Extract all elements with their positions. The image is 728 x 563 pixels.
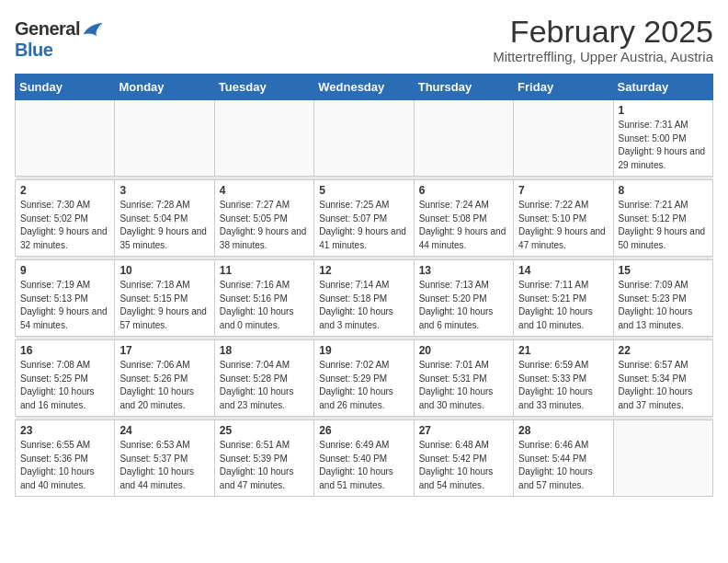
- calendar-cell: 20Sunrise: 7:01 AM Sunset: 5:31 PM Dayli…: [414, 340, 513, 417]
- day-number: 23: [20, 424, 109, 437]
- logo-general-text: General: [15, 18, 80, 40]
- calendar-cell: 11Sunrise: 7:16 AM Sunset: 5:16 PM Dayli…: [214, 260, 313, 337]
- calendar-cell: 9Sunrise: 7:19 AM Sunset: 5:13 PM Daylig…: [16, 260, 115, 337]
- day-info: Sunrise: 7:27 AM Sunset: 5:05 PM Dayligh…: [220, 199, 309, 252]
- day-number: 14: [518, 264, 608, 277]
- day-number: 9: [20, 264, 109, 277]
- day-number: 24: [119, 424, 209, 437]
- day-number: 16: [20, 344, 109, 357]
- calendar-cell: 4Sunrise: 7:27 AM Sunset: 5:05 PM Daylig…: [214, 180, 313, 257]
- day-info: Sunrise: 7:08 AM Sunset: 5:25 PM Dayligh…: [20, 359, 109, 412]
- day-number: 6: [419, 184, 508, 197]
- weekday-header: Friday: [514, 75, 613, 100]
- calendar-cell: 2Sunrise: 7:30 AM Sunset: 5:02 PM Daylig…: [16, 180, 115, 257]
- page-title: February 2025: [493, 15, 713, 49]
- weekday-header: Tuesday: [214, 75, 313, 100]
- day-info: Sunrise: 6:51 AM Sunset: 5:39 PM Dayligh…: [220, 439, 309, 492]
- day-info: Sunrise: 7:31 AM Sunset: 5:00 PM Dayligh…: [619, 119, 708, 172]
- calendar-cell: 27Sunrise: 6:48 AM Sunset: 5:42 PM Dayli…: [414, 420, 513, 497]
- day-info: Sunrise: 6:55 AM Sunset: 5:36 PM Dayligh…: [20, 439, 109, 492]
- day-info: Sunrise: 7:06 AM Sunset: 5:26 PM Dayligh…: [119, 359, 209, 412]
- day-info: Sunrise: 7:04 AM Sunset: 5:28 PM Dayligh…: [220, 359, 309, 412]
- day-info: Sunrise: 7:24 AM Sunset: 5:08 PM Dayligh…: [419, 199, 508, 252]
- weekday-header: Sunday: [16, 75, 115, 100]
- page-subtitle: Mittertreffling, Upper Austria, Austria: [493, 49, 713, 64]
- calendar-cell: [214, 100, 313, 177]
- calendar-cell: 16Sunrise: 7:08 AM Sunset: 5:25 PM Dayli…: [16, 340, 115, 417]
- calendar-cell: 18Sunrise: 7:04 AM Sunset: 5:28 PM Dayli…: [214, 340, 313, 417]
- calendar-cell: 12Sunrise: 7:14 AM Sunset: 5:18 PM Dayli…: [314, 260, 414, 337]
- day-info: Sunrise: 7:30 AM Sunset: 5:02 PM Dayligh…: [20, 199, 109, 252]
- day-info: Sunrise: 7:19 AM Sunset: 5:13 PM Dayligh…: [20, 279, 109, 332]
- day-info: Sunrise: 7:25 AM Sunset: 5:07 PM Dayligh…: [319, 199, 408, 252]
- day-number: 19: [319, 344, 408, 357]
- calendar-cell: 28Sunrise: 6:46 AM Sunset: 5:44 PM Dayli…: [514, 420, 613, 497]
- day-info: Sunrise: 7:22 AM Sunset: 5:10 PM Dayligh…: [518, 199, 608, 252]
- day-info: Sunrise: 7:16 AM Sunset: 5:16 PM Dayligh…: [220, 279, 309, 332]
- calendar-cell: 25Sunrise: 6:51 AM Sunset: 5:39 PM Dayli…: [214, 420, 313, 497]
- day-info: Sunrise: 7:21 AM Sunset: 5:12 PM Dayligh…: [619, 199, 708, 252]
- calendar-cell: 15Sunrise: 7:09 AM Sunset: 5:23 PM Dayli…: [613, 260, 712, 337]
- day-info: Sunrise: 7:01 AM Sunset: 5:31 PM Dayligh…: [419, 359, 508, 412]
- day-info: Sunrise: 7:18 AM Sunset: 5:15 PM Dayligh…: [119, 279, 209, 332]
- day-info: Sunrise: 6:59 AM Sunset: 5:33 PM Dayligh…: [518, 359, 608, 412]
- day-info: Sunrise: 6:57 AM Sunset: 5:34 PM Dayligh…: [619, 359, 708, 412]
- day-number: 20: [419, 344, 508, 357]
- day-number: 28: [518, 424, 608, 437]
- day-number: 1: [619, 104, 708, 117]
- calendar-week-row: 23Sunrise: 6:55 AM Sunset: 5:36 PM Dayli…: [16, 420, 713, 497]
- calendar-cell: 19Sunrise: 7:02 AM Sunset: 5:29 PM Dayli…: [314, 340, 414, 417]
- calendar-week-row: 9Sunrise: 7:19 AM Sunset: 5:13 PM Daylig…: [16, 260, 713, 337]
- calendar-cell: [414, 100, 513, 177]
- day-info: Sunrise: 7:14 AM Sunset: 5:18 PM Dayligh…: [319, 279, 408, 332]
- calendar-cell: 8Sunrise: 7:21 AM Sunset: 5:12 PM Daylig…: [613, 180, 712, 257]
- calendar-header-row: SundayMondayTuesdayWednesdayThursdayFrid…: [16, 75, 713, 100]
- calendar-cell: [314, 100, 414, 177]
- day-info: Sunrise: 6:46 AM Sunset: 5:44 PM Dayligh…: [518, 439, 608, 492]
- calendar-cell: 21Sunrise: 6:59 AM Sunset: 5:33 PM Dayli…: [514, 340, 613, 417]
- calendar-cell: 3Sunrise: 7:28 AM Sunset: 5:04 PM Daylig…: [115, 180, 214, 257]
- title-area: February 2025 Mittertreffling, Upper Aus…: [493, 15, 713, 64]
- day-number: 5: [319, 184, 408, 197]
- calendar-cell: 1Sunrise: 7:31 AM Sunset: 5:00 PM Daylig…: [613, 100, 712, 177]
- calendar-cell: 14Sunrise: 7:11 AM Sunset: 5:21 PM Dayli…: [514, 260, 613, 337]
- day-number: 17: [119, 344, 209, 357]
- day-number: 18: [220, 344, 309, 357]
- calendar-cell: 5Sunrise: 7:25 AM Sunset: 5:07 PM Daylig…: [314, 180, 414, 257]
- calendar-cell: [115, 100, 214, 177]
- calendar-cell: 22Sunrise: 6:57 AM Sunset: 5:34 PM Dayli…: [613, 340, 712, 417]
- day-info: Sunrise: 7:11 AM Sunset: 5:21 PM Dayligh…: [518, 279, 608, 332]
- calendar-cell: 6Sunrise: 7:24 AM Sunset: 5:08 PM Daylig…: [414, 180, 513, 257]
- weekday-header: Saturday: [613, 75, 712, 100]
- calendar-table: SundayMondayTuesdayWednesdayThursdayFrid…: [15, 74, 713, 497]
- day-number: 12: [319, 264, 408, 277]
- day-number: 4: [220, 184, 309, 197]
- day-number: 2: [20, 184, 109, 197]
- day-info: Sunrise: 6:49 AM Sunset: 5:40 PM Dayligh…: [319, 439, 408, 492]
- day-info: Sunrise: 7:02 AM Sunset: 5:29 PM Dayligh…: [319, 359, 408, 412]
- day-info: Sunrise: 6:53 AM Sunset: 5:37 PM Dayligh…: [119, 439, 209, 492]
- day-number: 25: [220, 424, 309, 437]
- calendar-cell: 13Sunrise: 7:13 AM Sunset: 5:20 PM Dayli…: [414, 260, 513, 337]
- header: General Blue February 2025 Mittertreffli…: [15, 15, 713, 64]
- weekday-header: Wednesday: [314, 75, 414, 100]
- calendar-week-row: 16Sunrise: 7:08 AM Sunset: 5:25 PM Dayli…: [16, 340, 713, 417]
- day-number: 11: [220, 264, 309, 277]
- calendar-week-row: 1Sunrise: 7:31 AM Sunset: 5:00 PM Daylig…: [16, 100, 713, 177]
- day-number: 13: [419, 264, 508, 277]
- calendar-cell: [16, 100, 115, 177]
- calendar-cell: 10Sunrise: 7:18 AM Sunset: 5:15 PM Dayli…: [115, 260, 214, 337]
- day-info: Sunrise: 7:28 AM Sunset: 5:04 PM Dayligh…: [119, 199, 209, 252]
- calendar-cell: 17Sunrise: 7:06 AM Sunset: 5:26 PM Dayli…: [115, 340, 214, 417]
- weekday-header: Monday: [115, 75, 214, 100]
- logo-bird-icon: [82, 21, 104, 38]
- weekday-header: Thursday: [414, 75, 513, 100]
- day-number: 3: [119, 184, 209, 197]
- day-number: 8: [619, 184, 708, 197]
- calendar-cell: [514, 100, 613, 177]
- logo: General Blue: [15, 18, 104, 61]
- day-number: 26: [319, 424, 408, 437]
- calendar-cell: 26Sunrise: 6:49 AM Sunset: 5:40 PM Dayli…: [314, 420, 414, 497]
- day-number: 15: [619, 264, 708, 277]
- calendar-cell: [613, 420, 712, 497]
